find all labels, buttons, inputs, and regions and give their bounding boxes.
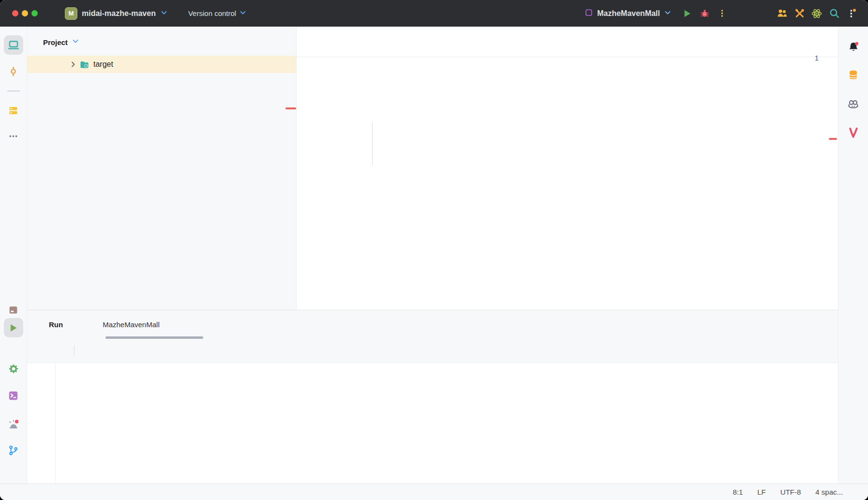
tree-item-label: target (93, 60, 113, 69)
ai-assistant-tool-button[interactable] (844, 94, 863, 114)
main-area: Project target 1 (0, 27, 868, 484)
profiler-button[interactable] (98, 343, 113, 358)
commit-tool-button[interactable] (4, 61, 23, 81)
settings-menu-button[interactable] (843, 5, 860, 22)
settings-sync-button[interactable] (4, 359, 23, 379)
maven-tool-button[interactable] (844, 123, 863, 142)
run-config-name: MazheMavenMall (597, 9, 660, 18)
window-controls (12, 10, 38, 16)
notifications-bell-button[interactable] (844, 37, 863, 57)
ai-atom-button[interactable] (808, 5, 825, 22)
project-panel-header[interactable]: Project (27, 27, 296, 52)
console (27, 363, 838, 484)
editor: 1 (297, 27, 838, 310)
run-tab[interactable]: MazheMavenMall (98, 320, 164, 329)
console-output[interactable] (56, 363, 72, 484)
toolbar-divider (74, 345, 75, 356)
caret-position[interactable]: 8:1 (733, 488, 743, 496)
stripe-divider (7, 91, 20, 91)
run-tool-window: Run MazheMavenMall (27, 310, 838, 484)
more-tool-windows-button[interactable] (4, 126, 23, 146)
editor-tab-bar (297, 27, 838, 57)
minimize-window-button[interactable] (22, 10, 28, 16)
run-button[interactable] (678, 5, 696, 22)
close-window-button[interactable] (12, 10, 18, 16)
chevron-down-icon (72, 37, 79, 47)
run-panel-title: Run (49, 320, 63, 329)
project-tool-window: Project target (27, 27, 297, 310)
error-stripe-mark (285, 107, 296, 109)
titlebar-right: MazheMavenMall (584, 5, 868, 22)
project-panel-title: Project (43, 38, 68, 46)
right-tool-stripe (838, 27, 868, 484)
problems-tool-button[interactable] (4, 415, 23, 434)
chevron-down-icon (239, 9, 247, 18)
error-count: 1 (815, 54, 819, 62)
code-area[interactable] (297, 57, 838, 310)
zoom-window-button[interactable] (31, 10, 38, 16)
tab-scrollbar[interactable] (105, 336, 203, 339)
debug-button[interactable] (696, 5, 713, 22)
soft-wrap-button[interactable] (35, 415, 47, 427)
up-stack-trace-button[interactable] (35, 376, 47, 387)
run-config-icon (584, 8, 593, 19)
project-tool-button[interactable] (4, 35, 23, 55)
code-with-me-button[interactable] (773, 5, 791, 22)
git-branch-tool-button[interactable] (4, 440, 23, 460)
stop-button[interactable] (53, 343, 68, 358)
indent-setting[interactable]: 4 spac... (815, 488, 843, 496)
status-bar: 8:1 LF UTF-8 4 spac... (0, 484, 868, 500)
chevron-down-icon (160, 9, 168, 18)
capture-snapshot-button[interactable] (81, 343, 95, 358)
database-tool-button[interactable] (844, 65, 863, 84)
indent-guide (372, 122, 373, 165)
folder-build-icon (78, 59, 90, 70)
project-name: midai-mazhe-maven (82, 9, 156, 18)
run-tool-button[interactable] (4, 318, 23, 337)
search-everywhere-button[interactable] (825, 5, 843, 22)
build-tool-button[interactable] (4, 300, 23, 319)
more-console-options-button[interactable] (35, 455, 47, 467)
run-toolbar (27, 338, 838, 363)
left-tool-stripe (0, 27, 27, 484)
file-encoding[interactable]: UTF-8 (780, 488, 801, 496)
project-tree: target (27, 56, 296, 73)
down-stack-trace-button[interactable] (35, 395, 47, 407)
run-configuration-selector[interactable]: MazheMavenMall (584, 8, 672, 19)
console-side-toolbar (27, 363, 56, 484)
terminal-tool-button[interactable] (4, 386, 23, 405)
line-separator[interactable]: LF (757, 488, 766, 496)
scroll-to-end-button[interactable] (35, 435, 47, 447)
ide-window: M midai-mazhe-maven Version control Mazh… (0, 0, 868, 500)
version-control-label: Version control (188, 9, 236, 17)
tools-button[interactable] (791, 5, 808, 22)
error-stripe-mark[interactable] (829, 138, 837, 140)
version-control-menu[interactable]: Version control (188, 9, 247, 18)
structure-tool-button[interactable] (4, 101, 23, 120)
project-widget[interactable]: M midai-mazhe-maven (65, 7, 168, 20)
run-tab-label: MazheMavenMall (103, 320, 160, 329)
chevron-right-icon[interactable] (68, 59, 78, 70)
chevron-down-icon (664, 9, 672, 18)
more-options-button[interactable] (116, 343, 130, 358)
run-panel-header: Run MazheMavenMall (27, 310, 838, 338)
more-run-options-button[interactable] (713, 5, 731, 22)
titlebar: M midai-mazhe-maven Version control Mazh… (0, 0, 868, 27)
rerun-button[interactable] (36, 343, 50, 358)
project-avatar: M (65, 7, 77, 20)
inspection-widget: 1 (810, 54, 827, 62)
tree-item-target[interactable]: target (27, 56, 296, 73)
